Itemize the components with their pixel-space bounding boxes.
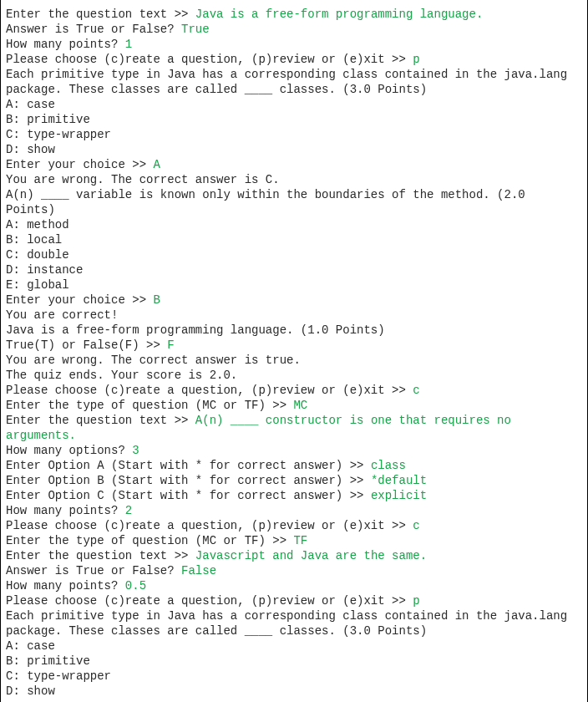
terminal-user-input: MC [293,399,307,412]
terminal-prompt: Enter Option C (Start with * for correct… [6,489,371,502]
terminal-user-input: p [413,594,419,608]
terminal-prompt: C: type-wrapper [6,669,111,683]
terminal-prompt: Enter the question text >> [6,414,195,427]
terminal-prompt: Answer is True or False? [6,23,181,36]
terminal-output: Enter the question text >> Java is a fre… [0,0,588,702]
terminal-prompt: True(T) or False(F) >> [6,338,167,352]
terminal-user-input: Javascript and Java are the same. [195,549,427,562]
terminal-user-input: A [153,158,160,171]
terminal-prompt: D: show [6,684,55,698]
terminal-user-input: c [413,384,419,397]
terminal-user-input: 2 [125,504,132,517]
terminal-prompt: How many points? [6,504,125,517]
terminal-prompt: Enter the type of question (MC or TF) >> [6,534,293,547]
terminal-prompt: Enter your choice >> [6,158,153,171]
terminal-prompt: A(n) ____ variable is known only within … [6,188,532,216]
terminal-prompt: B: primitive [6,654,90,668]
terminal-prompt: Enter Option A (Start with * for correct… [6,459,371,472]
terminal-prompt: How many points? [6,38,125,51]
terminal-user-input: explicit [371,489,427,502]
terminal-prompt: You are wrong. The correct answer is C. [6,173,280,186]
terminal-user-input: 3 [132,444,139,457]
terminal-prompt: Answer is True or False? [6,564,181,577]
terminal-user-input: class [371,459,406,472]
terminal-prompt: B: primitive [6,113,90,126]
terminal-prompt: B: local [6,233,62,247]
terminal-prompt: Enter the question text >> [6,549,195,562]
terminal-user-input: p [413,53,419,66]
terminal-prompt: Enter Option B (Start with * for correct… [6,474,371,487]
terminal-user-input: Java is a free-form programming language… [195,8,483,21]
terminal-prompt: A: case [6,639,55,653]
terminal-prompt: How many options? [6,444,132,457]
terminal-prompt: Please choose (c)reate a question, (p)re… [6,594,413,608]
terminal-user-input: B [153,293,160,307]
terminal-user-input: 1 [125,38,132,51]
terminal-prompt: Enter the type of question (MC or TF) >> [6,399,293,412]
terminal-prompt: Each primitive type in Java has a corres… [6,68,575,96]
terminal-user-input: TF [293,534,307,547]
terminal-user-input: *default [371,474,427,487]
terminal-prompt: How many points? [6,579,125,593]
terminal-prompt: E: global [6,278,69,292]
terminal-prompt: Please choose (c)reate a question, (p)re… [6,519,413,532]
terminal-prompt: Java is a free-form programming language… [6,323,385,337]
terminal-prompt: Each primitive type in Java has a corres… [6,609,575,638]
terminal-prompt: You are wrong. The correct answer is tru… [6,354,301,367]
terminal-prompt: D: instance [6,263,83,277]
terminal-user-input: F [167,338,174,352]
terminal-prompt: Enter your choice >> [6,293,153,307]
terminal-prompt: You are correct! [6,308,118,322]
terminal-prompt: The quiz ends. Your score is 2.0. [6,369,237,382]
terminal-prompt: A: method [6,218,69,231]
terminal-prompt: Please choose (c)reate a question, (p)re… [6,53,413,66]
terminal-prompt: Enter the question text >> [6,8,195,21]
terminal-user-input: 0.5 [125,579,146,593]
terminal-user-input: True [181,23,210,36]
terminal-prompt: A: case [6,98,55,111]
terminal-user-input: False [181,564,216,577]
terminal-prompt: D: show [6,143,55,156]
terminal-prompt: Please choose (c)reate a question, (p)re… [6,384,413,397]
terminal-prompt: C: type-wrapper [6,128,111,141]
terminal-prompt: C: double [6,248,69,262]
terminal-user-input: c [413,519,419,532]
